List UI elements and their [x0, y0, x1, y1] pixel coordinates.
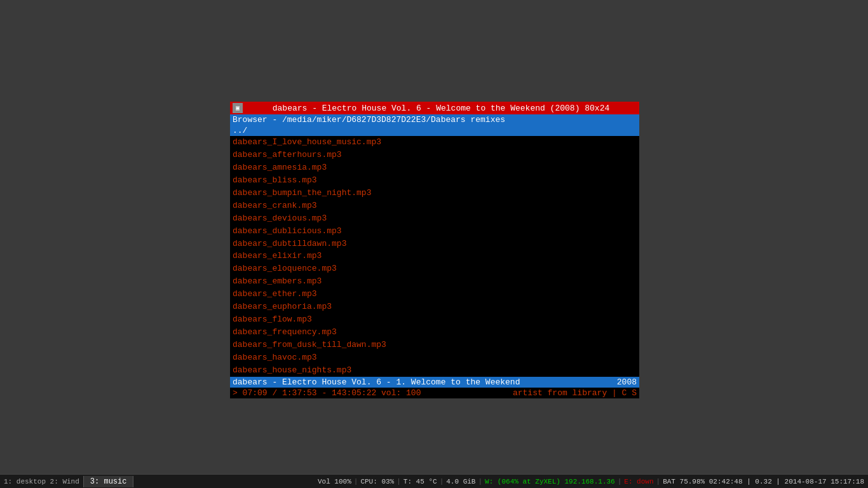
file-item[interactable]: dabears_afterhours.mp3: [230, 149, 639, 161]
file-item[interactable]: dabears_embers.mp3: [230, 275, 639, 288]
title-bar: ▣ dabears - Electro House Vol. 6 - Welco…: [230, 102, 639, 114]
taskbar-temp: T: 45 °C: [403, 478, 437, 485]
taskbar-net-red: E: down: [624, 478, 653, 485]
file-item[interactable]: dabears_from_dusk_till_dawn.mp3: [230, 339, 639, 351]
status-right: artist from library | C S: [513, 388, 637, 398]
file-item[interactable]: dabears_crank.mp3: [230, 200, 639, 212]
title-bar-text: dabears - Electro House Vol. 6 - Welcome…: [245, 104, 637, 113]
terminal-icon: ▣: [233, 103, 243, 113]
taskbar-status: Vol 100% | CPU: 03% | T: 45 °C | 4.0 GiB…: [133, 478, 868, 485]
file-item[interactable]: dabears_bliss.mp3: [230, 174, 639, 187]
file-item[interactable]: dabears_devious.mp3: [230, 212, 639, 225]
now-playing-bar: dabears - Electro House Vol. 6 - 1. Welc…: [230, 377, 639, 388]
browser-header: Browser - /media/miker/D6827D3D827D22E3/…: [230, 114, 639, 125]
taskbar-desktops[interactable]: 1: desktop 2: Wind: [0, 478, 83, 485]
file-item[interactable]: dabears_eloquence.mp3: [230, 262, 639, 275]
file-item[interactable]: dabears_elixir.mp3: [230, 250, 639, 262]
taskbar-disk: 4.0 GiB: [446, 478, 475, 485]
file-item[interactable]: dabears_amnesia.mp3: [230, 161, 639, 174]
file-item[interactable]: dabears_bumpin_the_night.mp3: [230, 187, 639, 200]
taskbar-cpu: CPU: 03%: [360, 478, 394, 485]
file-item[interactable]: dabears_flow.mp3: [230, 313, 639, 326]
status-left: > 07:09 / 1:37:53 - 143:05:22 vol: 100: [233, 388, 421, 398]
file-item[interactable]: dabears_I_love_house_music.mp3: [230, 136, 639, 149]
taskbar-net-green: W: (064% at ZyXEL) 192.168.1.36: [485, 478, 615, 485]
taskbar-bat: BAT 75.98% 02:42:48 | 0.32 | 2014-08-17 …: [663, 478, 864, 485]
file-item[interactable]: dabears_frequency.mp3: [230, 326, 639, 339]
file-item[interactable]: dabears_house_nights.mp3: [230, 364, 639, 377]
file-list: dabears_I_love_house_music.mp3dabears_af…: [230, 136, 639, 377]
now-playing-year: 2008: [617, 377, 637, 387]
taskbar: 1: desktop 2: Wind 3: music Vol 100% | C…: [0, 474, 868, 488]
file-item[interactable]: dabears_euphoria.mp3: [230, 301, 639, 313]
file-item[interactable]: dabears_ether.mp3: [230, 288, 639, 301]
taskbar-music[interactable]: 3: music: [83, 476, 134, 487]
file-item[interactable]: dabears_dublicious.mp3: [230, 225, 639, 238]
taskbar-vol: Vol 100%: [318, 478, 351, 485]
terminal-window[interactable]: ▣ dabears - Electro House Vol. 6 - Welco…: [230, 102, 639, 398]
now-playing-title: dabears - Electro House Vol. 6 - 1. Welc…: [233, 377, 520, 387]
file-item[interactable]: dabears_dubtilldawn.mp3: [230, 238, 639, 250]
file-item[interactable]: dabears_havoc.mp3: [230, 351, 639, 364]
parent-dir-row[interactable]: ../: [230, 125, 639, 136]
status-bar: > 07:09 / 1:37:53 - 143:05:22 vol: 100 a…: [230, 388, 639, 398]
